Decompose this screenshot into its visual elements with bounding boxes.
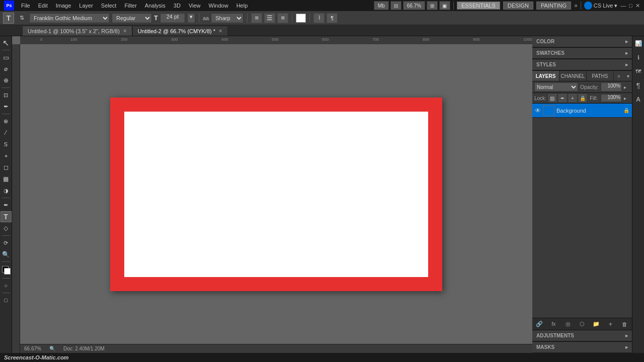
info-icon[interactable]: ℹ [633,52,643,62]
layers-panel-expand[interactable]: » [614,71,624,81]
font-size-input[interactable]: 24 pt [160,13,185,23]
font-style-select[interactable]: Regular [112,13,152,23]
cs-live-btn[interactable]: CS Live ▾ [584,2,618,10]
zoom-tool[interactable]: 🔍 [1,249,12,260]
3d-tool[interactable]: ⟳ [1,237,12,248]
layers-tab-paths[interactable]: PATHS [587,71,614,81]
maximize-btn[interactable]: □ [629,3,632,9]
extras-icon[interactable]: ▣ [439,1,450,10]
menu-image[interactable]: Image [53,2,74,10]
layers-list[interactable]: 👁 Background 🔒 [532,104,632,318]
tab-untitled1-close[interactable]: ✕ [123,28,127,34]
menu-edit[interactable]: Edit [35,2,51,10]
eraser-tool[interactable]: ◻ [1,162,12,173]
align-center-btn[interactable]: ☰ [264,13,275,23]
paragraph-icon[interactable]: ¶ [633,80,643,90]
type-tool[interactable]: T [1,211,12,222]
navigator-icon[interactable]: 🗺 [633,66,643,76]
workspace-essentials[interactable]: ESSENTIALS [457,2,500,10]
opacity-arrow[interactable]: ▸ [624,84,630,90]
styles-panel-header[interactable]: STYLES ▸ [532,59,632,70]
layer-visibility-eye[interactable]: 👁 [534,107,541,114]
quick-selection-tool[interactable]: ⊕ [1,75,12,86]
eyedropper-tool[interactable]: ✒ [1,101,12,112]
lock-lock-btn[interactable]: 🔒 [579,94,587,102]
warp-text-btn[interactable]: ⌇ [313,13,325,23]
menu-select[interactable]: Select [98,2,120,10]
opacity-value[interactable]: 100% [601,82,622,92]
layer-link-btn[interactable]: 🔗 [534,319,544,329]
document-inner[interactable] [124,112,428,277]
workspace-expand-icon[interactable]: » [574,2,578,9]
brush-tool[interactable]: ∕ [1,127,12,138]
align-right-btn[interactable]: ≡ [277,13,288,23]
canvas-area[interactable]: 0 100 200 300 400 500 600 700 800 900 10… [12,36,532,353]
layer-group-btn[interactable]: 📁 [591,319,601,329]
anti-alias-select[interactable]: Sharp [211,13,244,23]
menu-3d[interactable]: 3D [171,2,184,10]
pen-tool[interactable]: ✒ [1,200,12,211]
type-orient-btn[interactable]: ⇅ [16,13,27,24]
char-para-btn[interactable]: ¶ [327,13,338,23]
layer-adj-btn[interactable]: ⬡ [577,319,587,329]
fill-arrow[interactable]: ▸ [624,96,630,101]
crop-tool[interactable]: ⊡ [1,89,12,101]
char-icon[interactable]: A [633,95,643,105]
menu-layer[interactable]: Layer [76,2,96,10]
align-left-btn[interactable]: ≡ [251,13,262,23]
toolbar-mode[interactable]: Mb [374,1,389,10]
histogram-icon[interactable]: 📊 [633,38,643,48]
minimize-btn[interactable]: — [620,3,626,9]
layer-row-background[interactable]: 👁 Background 🔒 [532,104,632,118]
gradient-tool[interactable]: ▦ [1,173,12,185]
layer-mask-btn[interactable]: ◎ [563,319,573,329]
adjustments-panel-header[interactable]: ADJUSTMENTS ▸ [532,330,632,341]
path-tool[interactable]: ◇ [1,223,12,234]
layer-new-btn[interactable]: + [606,319,616,329]
workspace-design[interactable]: DESIGN [503,2,533,10]
screen-mode[interactable]: ⊟ [390,1,401,10]
layers-tab-layers[interactable]: LAYERS [532,71,559,81]
layers-panel-menu[interactable]: ▾ [624,71,632,81]
lock-pixels-btn[interactable]: ▨ [548,94,556,102]
zoom-level[interactable]: 66.7% [403,1,425,10]
tab-untitled2-close[interactable]: ✕ [218,28,222,34]
layer-delete-btn[interactable]: 🗑 [620,319,630,329]
type-tool-icon[interactable]: T [3,13,14,24]
tab-untitled1[interactable]: Untitled-1 @ 100% (3.5" x 2", RGB/8) ✕ [22,26,132,36]
lock-all-btn[interactable]: + [569,94,577,102]
history-brush[interactable]: ⌖ [1,150,12,161]
menu-analysis[interactable]: Analysis [142,2,169,10]
tab-untitled2[interactable]: Untitled-2 @ 66.7% (CMYK/8) * ✕ [132,26,228,36]
dodge-tool[interactable]: ◑ [1,185,12,196]
font-family-select[interactable]: Franklin Gothic Medium [29,13,110,23]
close-btn[interactable]: ✕ [635,3,640,9]
spot-heal-tool[interactable]: ⊕ [1,116,12,127]
quick-mask-btn[interactable]: ○ [1,280,12,291]
lock-position-btn[interactable]: ✒ [558,94,567,102]
document-canvas[interactable]: + [110,98,442,291]
clone-tool[interactable]: S [1,139,12,150]
screen-mode-btn[interactable]: □ [1,295,12,306]
foreground-color[interactable] [1,264,12,276]
color-panel-header[interactable]: COLOR ▸ [532,36,632,47]
menu-file[interactable]: File [18,2,33,10]
masks-panel-header[interactable]: MASKS ▸ [532,342,632,353]
canvas-container[interactable]: + [20,44,532,344]
text-color-swatch[interactable] [296,14,306,23]
blend-mode-select[interactable]: Normal [534,82,578,92]
font-size-arrow[interactable]: ▾ [187,13,195,23]
lasso-tool[interactable]: ⌀ [1,63,12,74]
layer-fx-btn[interactable]: fx [548,319,558,329]
menu-window[interactable]: Window [206,2,231,10]
menu-view[interactable]: View [186,2,204,10]
menu-help[interactable]: Help [233,2,251,10]
menu-filter[interactable]: Filter [121,2,139,10]
marquee-tool[interactable]: ▭ [1,52,12,63]
layers-tab-channel[interactable]: CHANNEL [559,71,587,81]
fill-value[interactable]: 100% [601,94,622,102]
workspace-painting[interactable]: PAINTING [536,2,571,10]
move-tool[interactable]: ↖ [1,37,12,48]
swatches-panel-header[interactable]: SWATCHES ▸ [532,48,632,59]
arrange-icon[interactable]: ⊞ [427,1,438,10]
